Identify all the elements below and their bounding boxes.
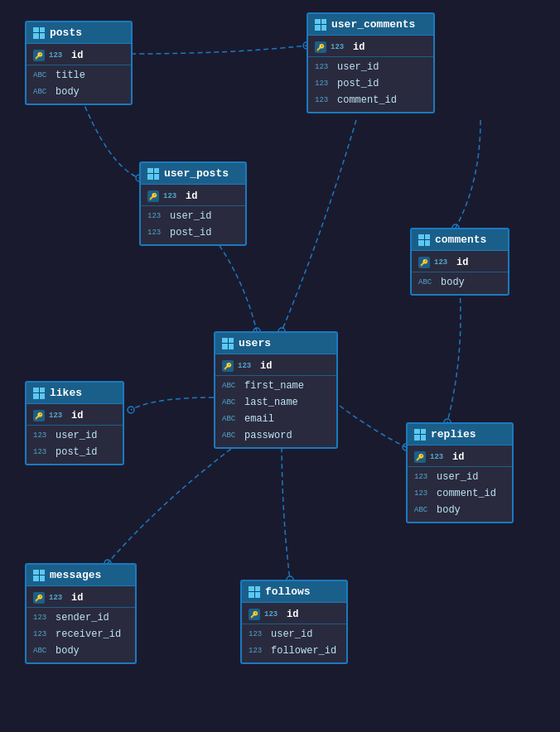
field-up-id: 🔑 123 id: [141, 188, 245, 206]
table-grid-icon: [249, 586, 260, 598]
table-header-user-posts: user_posts: [141, 163, 245, 185]
table-body-messages: 🔑 123 id 123 sender_id 123 receiver_id A…: [27, 586, 135, 662]
table-messages: messages 🔑 123 id 123 sender_id 123 rece…: [25, 563, 137, 664]
table-grid-icon: [222, 338, 234, 349]
field-uc-comment-id: 123 comment_id: [308, 92, 433, 108]
key-icon: 🔑: [33, 50, 45, 61]
table-header-posts: posts: [27, 22, 131, 44]
field-u-password: ABC password: [215, 427, 336, 444]
field-c-id: 🔑 123 id: [412, 254, 508, 272]
key-icon: 🔑: [418, 257, 430, 268]
field-f-follower-id: 123 follower_id: [242, 643, 346, 659]
table-comments: comments 🔑 123 id ABC body: [410, 228, 509, 296]
table-posts: posts 🔑 123 id ABC title ABC body: [25, 21, 133, 105]
table-grid-icon: [33, 570, 45, 581]
field-r-comment-id: 123 comment_id: [408, 485, 512, 502]
table-header-users: users: [215, 333, 336, 354]
field-f-user-id: 123 user_id: [242, 626, 346, 643]
field-u-first-name: ABC first_name: [215, 378, 336, 394]
field-r-body: ABC body: [408, 502, 512, 518]
key-icon: 🔑: [33, 592, 45, 604]
table-body-likes: 🔑 123 id 123 user_id 123 post_id: [27, 404, 123, 464]
key-icon: 🔑: [33, 410, 45, 421]
key-icon: 🔑: [414, 451, 426, 463]
field-up-post-id: 123 post_id: [141, 224, 245, 241]
table-body-user-posts: 🔑 123 id 123 user_id 123 post_id: [141, 185, 245, 244]
svg-point-6: [128, 407, 134, 413]
table-grid-icon: [33, 388, 45, 399]
table-header-user-comments: user_comments: [308, 14, 433, 36]
field-u-email: ABC email: [215, 411, 336, 427]
field-l-id: 🔑 123 id: [27, 407, 123, 426]
table-grid-icon: [414, 429, 426, 441]
field-c-body: ABC body: [412, 274, 508, 291]
field-posts-title: ABC title: [27, 67, 131, 84]
table-replies: replies 🔑 123 id 123 user_id 123 comment…: [406, 422, 514, 523]
key-icon: 🔑: [147, 190, 159, 202]
field-uc-id: 🔑 123 id: [308, 39, 433, 57]
table-grid-icon: [418, 234, 430, 246]
field-m-sender-id: 123 sender_id: [27, 609, 135, 626]
table-name-users: users: [239, 337, 271, 349]
table-header-comments: comments: [412, 229, 508, 251]
table-grid-icon: [147, 168, 159, 180]
field-m-body: ABC body: [27, 643, 135, 659]
table-follows: follows 🔑 123 id 123 user_id 123 followe…: [240, 580, 348, 664]
table-name-follows: follows: [265, 585, 311, 598]
table-grid-icon: [33, 27, 45, 39]
table-body-follows: 🔑 123 id 123 user_id 123 follower_id: [242, 603, 346, 662]
key-icon: 🔑: [315, 41, 326, 53]
table-user-posts: user_posts 🔑 123 id 123 user_id 123 post…: [139, 161, 247, 246]
table-header-messages: messages: [27, 565, 135, 586]
field-u-last-name: ABC last_name: [215, 394, 336, 411]
field-posts-body: ABC body: [27, 84, 131, 100]
table-body-comments: 🔑 123 id ABC body: [412, 251, 508, 294]
field-u-id: 🔑 123 id: [215, 358, 336, 376]
table-header-replies: replies: [408, 424, 512, 445]
field-l-user-id: 123 user_id: [27, 427, 123, 444]
field-uc-user-id: 123 user_id: [308, 59, 433, 75]
table-name-user-posts: user_posts: [164, 167, 229, 180]
table-user-comments: user_comments 🔑 123 id 123 user_id 123 p…: [307, 12, 435, 113]
table-name-user-comments: user_comments: [331, 18, 415, 31]
field-posts-id: 🔑 123 id: [27, 47, 131, 65]
key-icon: 🔑: [249, 609, 260, 620]
field-l-post-id: 123 post_id: [27, 444, 123, 460]
table-header-follows: follows: [242, 581, 346, 603]
field-f-id: 🔑 123 id: [242, 606, 346, 624]
table-name-replies: replies: [431, 428, 476, 441]
table-body-posts: 🔑 123 id ABC title ABC body: [27, 44, 131, 104]
table-likes: likes 🔑 123 id 123 user_id 123 post_id: [25, 381, 124, 465]
table-body-users: 🔑 123 id ABC first_name ABC last_name AB…: [215, 354, 336, 447]
table-name-likes: likes: [50, 387, 82, 399]
table-name-messages: messages: [50, 569, 101, 581]
field-m-receiver-id: 123 receiver_id: [27, 626, 135, 643]
key-icon: 🔑: [222, 360, 234, 372]
table-users: users 🔑 123 id ABC first_name ABC last_n…: [214, 331, 338, 449]
field-uc-post-id: 123 post_id: [308, 75, 433, 92]
table-header-likes: likes: [27, 383, 123, 404]
table-body-replies: 🔑 123 id 123 user_id 123 comment_id ABC …: [408, 445, 512, 522]
field-m-id: 🔑 123 id: [27, 590, 135, 608]
field-up-user-id: 123 user_id: [141, 208, 245, 224]
field-r-id: 🔑 123 id: [408, 449, 512, 467]
table-name-comments: comments: [435, 234, 486, 246]
table-name-posts: posts: [50, 26, 82, 39]
table-body-user-comments: 🔑 123 id 123 user_id 123 post_id 123 com…: [308, 36, 433, 112]
field-r-user-id: 123 user_id: [408, 469, 512, 485]
table-grid-icon: [315, 19, 326, 31]
